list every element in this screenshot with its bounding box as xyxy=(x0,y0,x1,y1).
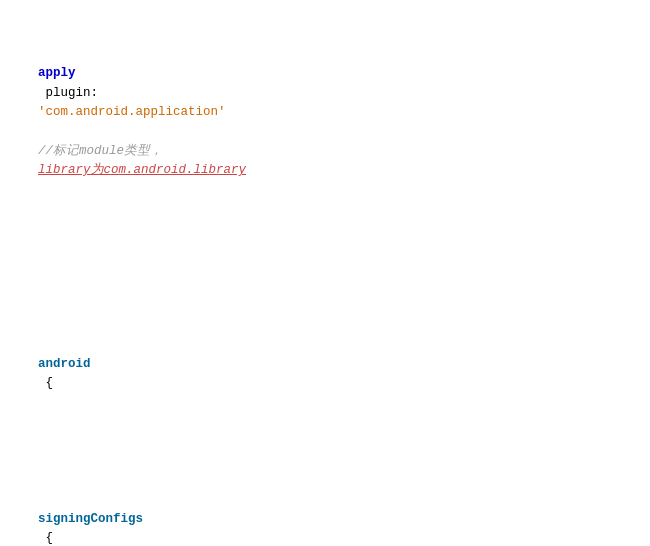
space1 xyxy=(38,124,53,138)
apply-line: apply plugin: 'com.android.application' … xyxy=(8,45,642,200)
signing-configs-kw: signingConfigs xyxy=(38,512,143,526)
plugin-value: 'com.android.application' xyxy=(38,105,226,119)
android-open: android { xyxy=(8,335,642,413)
comment-module: //标记module类型， xyxy=(38,144,163,158)
apply-text: plugin: xyxy=(38,86,106,100)
signing-brace: { xyxy=(38,531,53,545)
signing-configs-line: signingConfigs { //签名信息 xyxy=(8,471,642,546)
android-brace: { xyxy=(38,376,53,390)
blank-line-1 xyxy=(8,258,642,277)
code-editor: apply plugin: 'com.android.application' … xyxy=(8,6,642,546)
comment-library: library为com.android.library xyxy=(38,163,246,177)
android-keyword: android xyxy=(38,357,91,371)
apply-keyword: apply xyxy=(38,66,76,80)
